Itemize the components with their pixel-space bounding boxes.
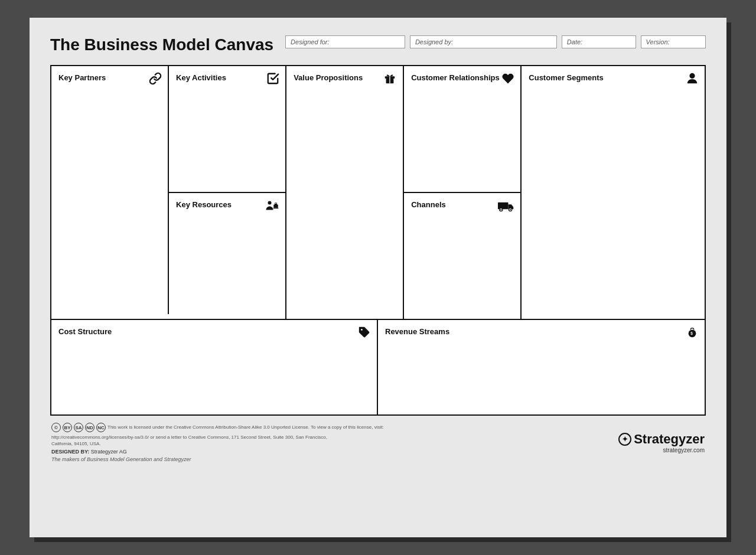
footer-right: ✦ Strategyzer strategyzer.com (618, 432, 705, 453)
page-wrapper: The Business Model Canvas Designed for: … (30, 18, 726, 537)
revenue-streams-icon: $ (686, 326, 699, 341)
cc-icon-sa: SA (74, 423, 83, 432)
customer-relationships-icon (501, 72, 514, 88)
cost-structure-cell[interactable]: Cost Structure (51, 320, 378, 414)
footer: © BY SA ND NC This work is licensed unde… (50, 423, 706, 462)
customer-segments-icon (686, 72, 699, 88)
svg-rect-1 (273, 205, 278, 208)
designed-for-field[interactable]: Designed for: (285, 35, 405, 48)
cost-structure-label: Cost Structure (58, 327, 112, 336)
revenue-streams-cell[interactable]: Revenue Streams $ (378, 320, 705, 414)
canvas-bottom: Cost Structure Revenue Streams (51, 320, 705, 414)
version-field[interactable]: Version: (641, 35, 706, 48)
revenue-streams-label: Revenue Streams (385, 327, 449, 336)
canvas-main: Key Partners Key Activities (51, 66, 705, 320)
strategyzer-logo: ✦ Strategyzer (618, 432, 705, 447)
col-middle: Key Activities Key Resources (169, 66, 286, 319)
customer-relationships-label: Customer Relationships (411, 73, 500, 82)
cc-icon-cc: © (51, 423, 61, 432)
footer-left: © BY SA ND NC This work is licensed unde… (51, 423, 384, 462)
canvas-container: Key Partners Key Activities (50, 65, 706, 416)
svg-point-11 (510, 209, 511, 210)
col-cust-seg: Customer Segments (522, 66, 705, 319)
cost-structure-icon (358, 326, 371, 341)
svg-rect-3 (273, 208, 279, 209)
key-activities-icon (266, 72, 279, 88)
channels-icon (498, 199, 514, 215)
strategyzer-brand-name: Strategyzer (634, 432, 705, 447)
channels-label: Channels (411, 200, 446, 209)
col-key-partners: Key Partners (51, 66, 169, 314)
date-field[interactable]: Date: (562, 35, 636, 48)
svg-point-9 (501, 209, 502, 210)
customer-segments-label: Customer Segments (529, 73, 603, 82)
key-activities-label: Key Activities (176, 73, 226, 82)
col-value-props: Value Propositions (286, 66, 404, 319)
value-propositions-icon (383, 72, 397, 88)
header-row: The Business Model Canvas Designed for: … (50, 35, 706, 54)
value-propositions-cell[interactable]: Value Propositions (286, 66, 403, 319)
col-right-mid: Customer Relationships Channels (404, 66, 522, 319)
cc-icon-nc: NC (96, 423, 106, 432)
key-resources-cell[interactable]: Key Resources (169, 193, 285, 319)
key-partners-cell[interactable]: Key Partners (51, 66, 168, 314)
footer-designed-by: DESIGNED BY: Strategyzer AG (51, 449, 384, 455)
key-partners-icon (149, 72, 162, 88)
svg-text:$: $ (690, 331, 693, 336)
footer-license-text: This work is licensed under the Creative… (107, 424, 384, 430)
channels-cell[interactable]: Channels (404, 193, 520, 319)
cc-icon-by: BY (63, 423, 72, 432)
svg-rect-7 (498, 203, 509, 209)
key-resources-icon (265, 199, 279, 215)
footer-cc-icons: © BY SA ND NC This work is licensed unde… (51, 423, 384, 432)
cc-icon-nd: ND (85, 423, 94, 432)
customer-relationships-cell[interactable]: Customer Relationships (404, 66, 520, 193)
svg-point-13 (361, 329, 363, 331)
main-title: The Business Model Canvas (50, 35, 273, 54)
value-propositions-label: Value Propositions (294, 73, 363, 82)
svg-point-12 (689, 73, 695, 79)
key-partners-label: Key Partners (58, 73, 106, 82)
footer-license-url: http://creativecommons.org/licenses/by-s… (51, 434, 347, 447)
customer-segments-cell[interactable]: Customer Segments (522, 66, 705, 319)
svg-point-0 (268, 201, 272, 205)
strategyzer-logo-icon: ✦ (618, 433, 631, 446)
strategyzer-url: strategyzer.com (618, 447, 705, 453)
designed-by-field[interactable]: Designed by: (410, 35, 557, 48)
footer-tagline: The makers of Business Model Generation … (51, 456, 384, 462)
key-activities-cell[interactable]: Key Activities (169, 66, 285, 193)
header-fields: Designed for: Designed by: Date: Version… (285, 35, 706, 48)
key-resources-label: Key Resources (176, 200, 232, 209)
